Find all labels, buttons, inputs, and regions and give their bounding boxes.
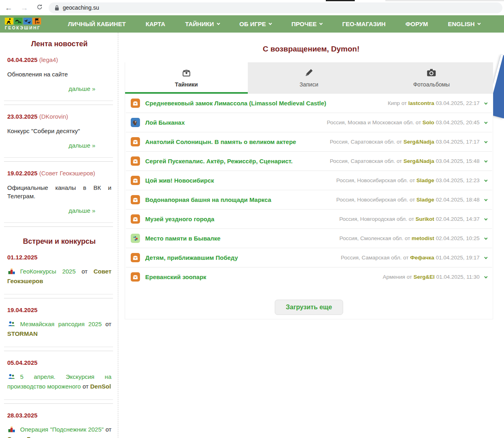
cache-title-link[interactable]: Лой Быканах: [145, 119, 327, 126]
events-list: 01.12.2025 ГеоКонкурсы 2025 от Совет Гео…: [7, 254, 111, 438]
news-author[interactable]: (DKorovin): [39, 113, 68, 120]
chevron-down-icon[interactable]: [484, 198, 488, 201]
cache-row: ? Музей уездного города Россия, Новгород…: [126, 210, 492, 229]
cache-meta: Россия, Саратовская обл. от Serg&Nadja 0…: [330, 158, 487, 164]
chevron-down-icon[interactable]: [484, 236, 488, 240]
menu-item-label: ТАЙНИКИ: [185, 21, 214, 27]
event-item: 05.04.2025 5 апреля. Экскурсия на произв…: [7, 359, 111, 404]
nav-forum[interactable]: ФОРУМ: [405, 21, 428, 27]
cache-author-link[interactable]: Фефачка: [410, 255, 434, 261]
cache-location: Россия, Саратовская обл.: [330, 139, 395, 145]
chevron-down-icon[interactable]: [484, 140, 488, 143]
cache-row: ? Водонапорная башня на площади Маркса Р…: [126, 190, 492, 210]
cache-meta: Россия, Новгородская обл. от Surikot 02.…: [339, 216, 487, 222]
cache-row: ? Сергей Пускепалис. Актёр, Режиссёр, Сц…: [126, 152, 492, 171]
menu-item-label: ПРОЧЕЕ: [291, 21, 317, 27]
address-bar[interactable]: geocaching.su: [49, 2, 502, 13]
cache-title-link[interactable]: Цой жив! Новосибирск: [145, 177, 336, 184]
nav-about[interactable]: ОБ ИГРЕ: [239, 21, 272, 27]
nav-english[interactable]: ENGLISH: [448, 21, 481, 27]
news-more-link[interactable]: дальше »: [68, 207, 95, 214]
cache-author-link[interactable]: Solo: [422, 119, 434, 125]
cache-location: Россия, Самарская обл.: [341, 255, 401, 261]
chevron-down-icon[interactable]: [484, 101, 488, 105]
chevron-down-icon[interactable]: [484, 179, 488, 182]
news-text: Конкурс "Собери десятку": [7, 127, 111, 136]
tab-photoalbums[interactable]: Фотоальбомы: [370, 62, 493, 94]
cache-datetime: 03.04.2025, 20:45: [436, 119, 479, 125]
profile-card: Тайники Записи: [125, 62, 493, 319]
site-logo[interactable]: .su ГЕОКЭШИНГ: [3, 18, 52, 30]
cache-meta: Россия, Самарская обл. от Фефачка 01.04.…: [341, 255, 487, 261]
cache-title-link[interactable]: Музей уездного города: [145, 216, 339, 222]
news-author[interactable]: (Совет Геокэшеров): [39, 170, 95, 177]
cache-title-link[interactable]: Средневековый замок Лимассола (Limassol …: [145, 100, 388, 107]
chevron-down-icon[interactable]: [484, 275, 488, 278]
cache-row: ? Детям, приближавшим Победу Россия, Сам…: [126, 248, 492, 267]
menu-item-label: ФОРУМ: [405, 21, 428, 27]
load-more-button[interactable]: Загрузить еще: [275, 300, 343, 315]
event-type-icon: [7, 425, 17, 433]
cache-author-link[interactable]: metodist: [411, 235, 434, 241]
tab-caches[interactable]: Тайники: [125, 62, 248, 94]
cache-author-link[interactable]: Sladge: [416, 177, 434, 183]
cache-title-link[interactable]: Детям, приближавшим Победу: [145, 254, 341, 261]
cache-author-link[interactable]: lastcontra: [408, 100, 434, 106]
window-tabstrip-edge: [385, 0, 504, 1]
cache-location: Кипр: [388, 100, 400, 106]
cache-from-label: от: [409, 177, 415, 183]
event-organizer-link[interactable]: STORMAN: [7, 330, 38, 337]
chevron-down-icon: [269, 22, 272, 25]
cache-datetime: 03.04.2025, 12:23: [436, 177, 479, 183]
chevron-down-icon[interactable]: [484, 159, 488, 162]
cache-author-link[interactable]: Serg&El: [413, 274, 435, 280]
cache-author-link[interactable]: Sladge: [416, 197, 434, 203]
browser-back-button[interactable]: ←: [5, 4, 12, 12]
event-link[interactable]: Мезмайская рапсодия 2025: [20, 321, 102, 327]
divider: [4, 222, 113, 227]
event-item: 01.12.2025 ГеоКонкурсы 2025 от Совет Гео…: [7, 254, 111, 298]
nav-account[interactable]: ЛИЧНЫЙ КАБИНЕТ: [68, 21, 126, 27]
cache-meta: Россия, Москва и Московская обл. от Solo…: [327, 119, 487, 125]
browser-refresh-button[interactable]: [36, 4, 43, 12]
cache-title-link[interactable]: Анатолий Солоницын. В память о великом а…: [145, 138, 330, 145]
cache-meta: Россия, Саратовская обл. от Serg&Nadja 0…: [330, 139, 487, 145]
tab-label: Тайники: [175, 81, 198, 88]
cache-author-link[interactable]: Serg&Nadja: [403, 139, 434, 145]
event-link[interactable]: Операция "Подснежник 2025": [20, 426, 104, 433]
cache-title-link[interactable]: Водонапорная башня на площади Маркса: [145, 196, 336, 203]
event-item: 28.03.2025 Операция "Подснежник 2025" от…: [7, 412, 111, 438]
svg-text:?: ?: [134, 121, 136, 123]
cache-from-label: от: [401, 100, 407, 106]
event-link[interactable]: ГеоКонкурсы 2025: [20, 268, 76, 275]
chevron-down-icon[interactable]: [484, 256, 488, 259]
news-more-link[interactable]: дальше »: [68, 142, 95, 149]
tab-notes[interactable]: Записи: [248, 62, 370, 94]
cache-datetime: 01.04.2025, 11:30: [436, 274, 479, 280]
event-date: 05.04.2025: [7, 359, 37, 366]
cache-row: ? Место памяти в Бывалке Россия, Смоленс…: [126, 229, 492, 248]
cache-from-label: от: [409, 216, 414, 222]
cache-title-link[interactable]: Место памяти в Бывалке: [145, 235, 339, 242]
event-organizer-link[interactable]: Совет Геокэшеров: [7, 436, 63, 438]
cache-title-link[interactable]: Сергей Пускепалис. Актёр, Режиссёр, Сцен…: [145, 158, 330, 165]
menu-item-label: ГЕО-МАГАЗИН: [342, 21, 386, 27]
browser-forward-button[interactable]: →: [21, 4, 28, 12]
cache-title-link[interactable]: Ереванский зоопарк: [145, 273, 383, 280]
cache-author-link[interactable]: Serg&Nadja: [403, 158, 434, 164]
tab-bar: Тайники Записи: [125, 62, 493, 94]
menu-item-label: КАРТА: [146, 21, 165, 27]
nav-caches[interactable]: ТАЙНИКИ: [185, 21, 219, 27]
news-more-link[interactable]: дальше »: [68, 85, 95, 92]
cache-author-link[interactable]: Surikot: [416, 216, 434, 222]
nav-geoshop[interactable]: ГЕО-МАГАЗИН: [342, 21, 386, 27]
nav-map[interactable]: КАРТА: [146, 21, 165, 27]
news-text: Официальные каналы в ВК и Телеграм.: [7, 183, 111, 201]
chevron-down-icon[interactable]: [484, 121, 488, 124]
news-author[interactable]: (lega4): [39, 56, 58, 63]
tab-icon: [248, 67, 370, 79]
event-organizer-link[interactable]: DenSol: [90, 383, 111, 390]
cache-type-icon: ?: [131, 137, 140, 146]
chevron-down-icon[interactable]: [484, 217, 488, 220]
nav-other[interactable]: ПРОЧЕЕ: [291, 21, 322, 27]
